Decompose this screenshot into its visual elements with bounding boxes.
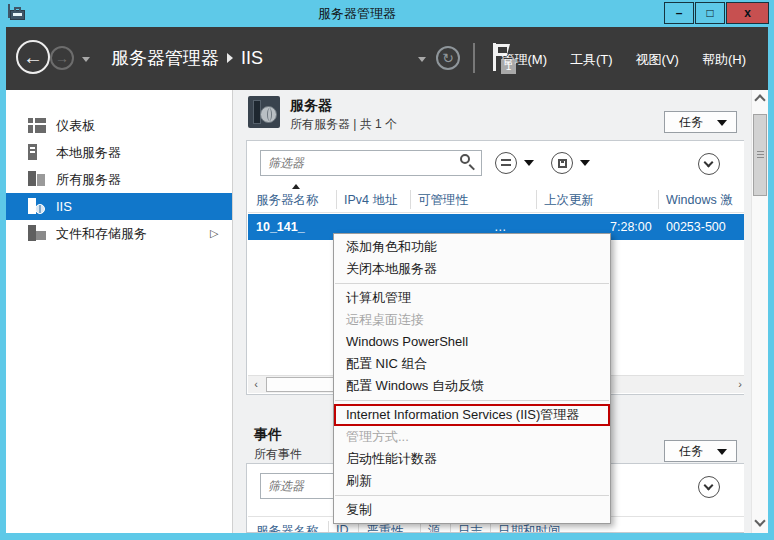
collapse-section-button[interactable] bbox=[698, 476, 720, 498]
title-bar: 服务器管理器 – □ x bbox=[0, 0, 774, 27]
menu-item-windows-powershell[interactable]: Windows PowerShell bbox=[334, 331, 610, 353]
breadcrumb-current[interactable]: IIS bbox=[241, 48, 263, 68]
menu-item-add-roles[interactable]: 添加角色和功能 bbox=[334, 236, 610, 258]
maximize-button[interactable]: □ bbox=[695, 2, 725, 24]
column-manageability[interactable]: 可管理性 bbox=[418, 192, 468, 209]
sidebar-item-all-servers[interactable]: 所有服务器 bbox=[6, 166, 232, 193]
breadcrumb: 服务器管理器IIS bbox=[111, 46, 263, 70]
servers-tasks-button[interactable]: 任务 bbox=[664, 111, 737, 133]
sidebar-item-local-server[interactable]: 本地服务器 bbox=[6, 139, 232, 166]
column-severity[interactable]: 严重性 bbox=[366, 523, 404, 533]
menu-item-copy[interactable]: 复制 bbox=[334, 499, 610, 521]
vertical-scrollbar-thumb[interactable] bbox=[753, 114, 767, 196]
collapse-section-button[interactable] bbox=[698, 153, 720, 175]
menu-bar: 管理(M) 工具(T) 视图(V) 帮助(H) bbox=[502, 51, 747, 69]
sidebar-item-dashboard[interactable]: 仪表板 bbox=[6, 112, 232, 139]
menu-item-manage-as: 管理方式... bbox=[334, 426, 610, 448]
events-subtitle: 所有事件 bbox=[254, 446, 302, 463]
thumb-grip-icon bbox=[757, 151, 764, 159]
column-last-update[interactable]: 上次更新 bbox=[544, 192, 594, 209]
dashboard-icon bbox=[28, 118, 46, 133]
sidebar: 仪表板 本地服务器 所有服务器 IIS 文件和存储服务 ▷ bbox=[6, 90, 233, 533]
scroll-left-button[interactable]: ‹ bbox=[248, 376, 264, 393]
iis-icon bbox=[28, 199, 46, 214]
menu-item-start-performance-counters[interactable]: 启动性能计数器 bbox=[334, 448, 610, 470]
servers-section-header: 服务器 所有服务器 | 共 1 个 任务 bbox=[234, 90, 750, 140]
chevron-down-icon bbox=[704, 481, 714, 491]
column-ipv4[interactable]: IPv4 地址 bbox=[344, 192, 398, 209]
close-button[interactable]: x bbox=[726, 2, 769, 24]
menu-separator bbox=[335, 283, 609, 284]
menu-item-shutdown-local-server[interactable]: 关闭本地服务器 bbox=[334, 258, 610, 280]
server-manager-icon bbox=[8, 4, 26, 21]
product-id-cell: 00253-500 bbox=[666, 220, 726, 234]
tasks-dropdown-icon bbox=[717, 120, 727, 126]
menu-item-windows-feedback[interactable]: 配置 Windows 自动反馈 bbox=[334, 375, 610, 397]
last-update-cell: 7:28:00 bbox=[610, 220, 652, 234]
list-icon bbox=[501, 159, 511, 168]
server-manager-window: 服务器管理器 – □ x ← → 服务器管理器IIS ↻ 1 管理(M) 工具(… bbox=[0, 0, 774, 540]
menu-manage[interactable]: 管理(M) bbox=[502, 51, 548, 69]
servers-filter-input[interactable] bbox=[260, 150, 482, 176]
menu-item-nic-teaming[interactable]: 配置 NIC 组合 bbox=[334, 353, 610, 375]
menu-item-refresh[interactable]: 刷新 bbox=[334, 470, 610, 492]
menu-help[interactable]: 帮助(H) bbox=[702, 51, 746, 69]
column-log[interactable]: 日志 bbox=[458, 523, 483, 533]
sidebar-item-file-storage[interactable]: 文件和存储服务 ▷ bbox=[6, 220, 232, 247]
menu-separator bbox=[335, 400, 609, 401]
menu-item-remote-desktop: 远程桌面连接 bbox=[334, 309, 610, 331]
forward-button[interactable]: → bbox=[50, 46, 74, 70]
servers-table-header: 服务器名称 IPv4 地址 可管理性 上次更新 Windows 激 bbox=[248, 186, 748, 213]
sidebar-item-iis[interactable]: IIS bbox=[6, 193, 232, 220]
local-server-icon bbox=[28, 144, 37, 160]
navigation-bar: ← → 服务器管理器IIS ↻ 1 管理(M) 工具(T) 视图(V) 帮助(H… bbox=[6, 27, 768, 90]
sort-ascending-icon bbox=[292, 184, 300, 189]
all-servers-icon bbox=[28, 171, 46, 186]
column-server-name[interactable]: 服务器名称 bbox=[256, 192, 319, 209]
servers-title: 服务器 bbox=[290, 97, 332, 115]
save-query-button[interactable] bbox=[551, 152, 573, 174]
menu-separator bbox=[335, 495, 609, 496]
column-source[interactable]: 源 bbox=[428, 523, 441, 533]
manageability-cell: … bbox=[494, 220, 507, 234]
saved-queries-button[interactable] bbox=[495, 152, 517, 174]
menu-tools[interactable]: 工具(T) bbox=[570, 51, 613, 69]
save-icon bbox=[558, 159, 567, 168]
menu-item-iis-manager[interactable]: Internet Information Services (IIS)管理器 bbox=[334, 404, 610, 426]
menu-view[interactable]: 视图(V) bbox=[636, 51, 679, 69]
chevron-down-icon bbox=[704, 158, 714, 168]
refresh-button[interactable]: ↻ bbox=[436, 46, 460, 70]
server-name-cell: 10_141_ bbox=[256, 220, 305, 234]
context-menu: 添加角色和功能 关闭本地服务器 计算机管理 远程桌面连接 Windows Pow… bbox=[333, 233, 611, 524]
tasks-dropdown-icon bbox=[717, 449, 727, 455]
window-title: 服务器管理器 bbox=[120, 5, 594, 23]
column-server-name[interactable]: 服务器名称 bbox=[256, 523, 319, 533]
scroll-down-icon[interactable] bbox=[754, 515, 765, 526]
column-datetime[interactable]: 日期和时间 bbox=[498, 523, 561, 533]
servers-subtitle: 所有服务器 | 共 1 个 bbox=[290, 116, 397, 133]
servers-tile-icon bbox=[248, 96, 280, 128]
events-tasks-button[interactable]: 任务 bbox=[664, 440, 737, 462]
save-query-dropdown-icon[interactable] bbox=[580, 160, 590, 166]
search-icon bbox=[459, 153, 479, 173]
breadcrumb-root[interactable]: 服务器管理器 bbox=[111, 48, 219, 68]
vertical-scrollbar[interactable] bbox=[744, 90, 768, 533]
file-storage-icon bbox=[28, 226, 46, 241]
breadcrumb-separator-icon bbox=[227, 53, 233, 63]
column-windows-activation[interactable]: Windows 激 bbox=[666, 192, 733, 209]
events-title: 事件 bbox=[254, 426, 282, 444]
back-button[interactable]: ← bbox=[16, 40, 50, 74]
expand-arrow-icon[interactable]: ▷ bbox=[210, 220, 218, 247]
minimize-button[interactable]: – bbox=[664, 2, 694, 24]
saved-queries-dropdown-icon[interactable] bbox=[524, 160, 534, 166]
scroll-up-icon[interactable] bbox=[754, 94, 765, 105]
menu-item-computer-management[interactable]: 计算机管理 bbox=[334, 287, 610, 309]
navbar-divider bbox=[473, 43, 475, 73]
column-id[interactable]: ID bbox=[336, 523, 349, 533]
breadcrumb-dropdown-icon[interactable] bbox=[418, 57, 426, 62]
history-dropdown-icon[interactable] bbox=[82, 57, 90, 62]
